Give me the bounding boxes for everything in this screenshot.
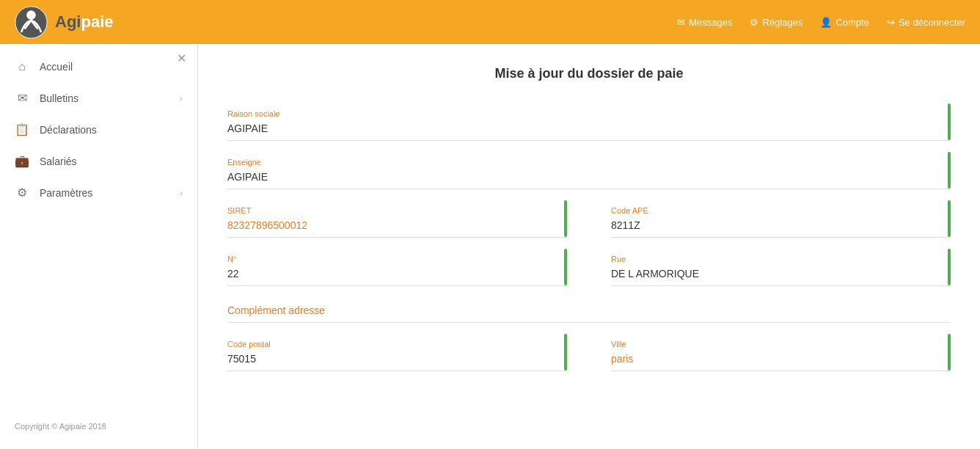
raison-sociale-label: Raison sociale: [227, 109, 951, 118]
nav-reglages[interactable]: ⚙ Réglages: [750, 17, 802, 28]
briefcase-icon: 💼: [15, 154, 29, 168]
siret-value: 82327896500012: [227, 218, 567, 233]
envelope-icon: ✉: [677, 17, 685, 28]
enseigne-label: Enseigne: [227, 158, 951, 167]
logo-text: Agipaie: [55, 12, 113, 32]
sidebar-close-button[interactable]: ✕: [177, 51, 186, 65]
nav-deconnecter[interactable]: ↪ Se déconnecter: [887, 17, 965, 28]
raison-sociale-value: AGIPAIE: [227, 121, 951, 136]
sidebar-item-accueil[interactable]: ⌂ Accueil: [0, 51, 197, 82]
field-numero[interactable]: N° 22: [227, 249, 567, 286]
chevron-down-icon-params: ›: [180, 189, 183, 197]
code-ape-label: Code APE: [611, 206, 951, 215]
envelope-icon: ✉: [15, 91, 29, 105]
field-code-ape[interactable]: Code APE 8211Z: [611, 200, 951, 238]
field-raison-sociale[interactable]: Raison sociale AGIPAIE: [227, 103, 951, 141]
document-icon: 📋: [15, 123, 29, 136]
nav-messages[interactable]: ✉ Messages: [677, 17, 732, 28]
settings-icon: ⚙: [15, 186, 29, 200]
sidebar: ✕ ⌂ Accueil ✉ Bulletins › 📋 Déclarations…: [0, 44, 198, 449]
field-ville[interactable]: Ville paris: [611, 334, 951, 371]
logo[interactable]: Agipaie: [15, 6, 113, 39]
code-ape-value: 8211Z: [611, 218, 951, 233]
svg-point-1: [26, 10, 36, 20]
rue-label: Rue: [611, 255, 951, 263]
complement-label: Complément adresse: [227, 303, 951, 318]
code-postal-value: 75015: [227, 351, 567, 366]
ville-label: Ville: [611, 340, 951, 348]
code-postal-label: Code postal: [227, 340, 567, 348]
nav-compte[interactable]: 👤 Compte: [820, 17, 869, 28]
header: Agipaie ✉ Messages ⚙ Réglages 👤 Compte ↪…: [0, 0, 980, 44]
sidebar-item-parametres[interactable]: ⚙ Paramètres ›: [0, 177, 197, 208]
numero-value: 22: [227, 266, 567, 281]
user-icon: 👤: [820, 17, 832, 28]
numero-label: N°: [227, 255, 567, 263]
field-complement[interactable]: Complément adresse: [227, 297, 951, 323]
logout-icon: ↪: [887, 17, 895, 28]
field-rue[interactable]: Rue DE L ARMORIQUE: [611, 249, 951, 286]
gear-icon: ⚙: [750, 17, 758, 28]
field-code-postal[interactable]: Code postal 75015: [227, 334, 567, 371]
chevron-down-icon: ›: [180, 94, 183, 103]
copyright: Copyright © Agipaie 2018: [0, 411, 197, 442]
home-icon: ⌂: [15, 60, 29, 73]
sidebar-item-declarations[interactable]: 📋 Déclarations: [0, 114, 197, 145]
siret-label: SIRET: [227, 206, 567, 215]
page-title: Mise à jour du dossier de paie: [227, 66, 951, 81]
ville-value: paris: [611, 351, 951, 366]
field-enseigne[interactable]: Enseigne AGIPAIE: [227, 152, 951, 189]
sidebar-item-bulletins[interactable]: ✉ Bulletins ›: [0, 82, 197, 114]
enseigne-value: AGIPAIE: [227, 169, 951, 184]
rue-value: DE L ARMORIQUE: [611, 266, 951, 281]
field-siret[interactable]: SIRET 82327896500012: [227, 200, 567, 238]
header-nav: ✉ Messages ⚙ Réglages 👤 Compte ↪ Se déco…: [677, 17, 965, 28]
layout: ✕ ⌂ Accueil ✉ Bulletins › 📋 Déclarations…: [0, 44, 980, 449]
sidebar-item-salaries[interactable]: 💼 Salariés: [0, 145, 197, 177]
main-content: Mise à jour du dossier de paie Raison so…: [198, 44, 980, 449]
